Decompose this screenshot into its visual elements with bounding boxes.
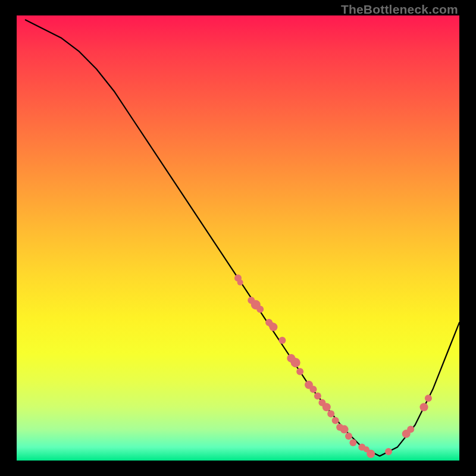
chart-svg xyxy=(17,15,459,461)
highlight-marker xyxy=(425,394,432,402)
watermark-text: TheBottleneck.com xyxy=(341,2,458,17)
highlight-marker xyxy=(332,417,339,424)
highlight-marker xyxy=(310,386,317,393)
highlight-marker xyxy=(349,439,356,446)
highlight-marker xyxy=(407,426,414,433)
highlight-marker xyxy=(322,403,331,411)
highlight-marker xyxy=(340,425,349,434)
highlight-marker xyxy=(291,358,300,367)
highlight-marker xyxy=(278,337,286,344)
highlight-marker xyxy=(420,403,428,411)
highlight-marker xyxy=(296,368,303,375)
highlight-marker xyxy=(327,411,334,418)
highlight-marker xyxy=(237,280,243,286)
marker-group xyxy=(234,274,432,458)
highlight-marker xyxy=(270,323,278,331)
bottleneck-curve xyxy=(26,20,459,456)
highlight-marker xyxy=(367,450,375,458)
highlight-marker xyxy=(345,433,352,440)
highlight-marker xyxy=(385,448,392,455)
chart-area xyxy=(17,15,459,461)
highlight-marker xyxy=(314,393,321,400)
highlight-marker xyxy=(256,306,264,313)
